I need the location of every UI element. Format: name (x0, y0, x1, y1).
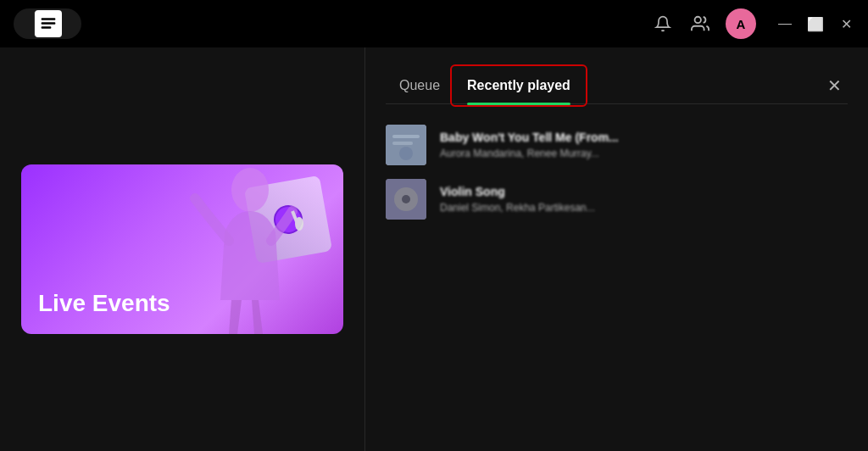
track-info: Baby Won't You Tell Me (From... Aurora M… (440, 131, 848, 159)
minimize-button[interactable]: — (776, 15, 793, 32)
svg-point-3 (695, 17, 701, 23)
live-events-label: Live Events (38, 290, 170, 317)
svg-point-13 (402, 195, 410, 203)
track-thumbnail (386, 179, 426, 220)
svg-rect-9 (392, 142, 413, 145)
track-artist: Daniel Simon, Rekha Partikesan... (440, 202, 848, 214)
track-item[interactable]: Baby Won't You Tell Me (From... Aurora M… (365, 118, 868, 172)
track-thumbnail (386, 125, 426, 165)
logo-area (14, 8, 81, 39)
close-queue-button[interactable]: ✕ (821, 72, 848, 99)
spotify-icon (35, 10, 62, 37)
maximize-button[interactable]: ⬜ (807, 15, 824, 32)
track-item[interactable]: Violin Song Daniel Simon, Rekha Partikes… (365, 172, 868, 226)
live-events-card[interactable]: Live Events (21, 164, 343, 334)
right-panel: Queue Recently played ✕ Baby Won't You T… (365, 47, 868, 451)
track-list: Baby Won't You Tell Me (From... Aurora M… (365, 104, 868, 240)
close-window-button[interactable]: ✕ (837, 15, 854, 32)
svg-rect-1 (41, 22, 55, 25)
title-bar: A — ⬜ ✕ (0, 0, 868, 47)
title-bar-right: A — ⬜ ✕ (651, 8, 854, 39)
friends-icon[interactable] (688, 12, 712, 36)
main-layout: Live Events Queue (0, 47, 868, 451)
window-controls: — ⬜ ✕ (776, 15, 854, 32)
svg-point-4 (231, 168, 269, 212)
track-artist: Aurora Mandarina, Renee Murray... (440, 148, 848, 159)
person-silhouette (182, 164, 309, 334)
avatar[interactable]: A (726, 8, 756, 39)
svg-rect-2 (41, 26, 51, 29)
notification-icon[interactable] (651, 12, 675, 36)
svg-point-10 (399, 147, 413, 160)
queue-header: Queue Recently played ✕ (365, 47, 868, 103)
track-title: Baby Won't You Tell Me (From... (440, 131, 848, 144)
track-title: Violin Song (440, 185, 848, 198)
tab-queue[interactable]: Queue (386, 68, 453, 103)
svg-rect-8 (392, 135, 420, 138)
title-bar-left (14, 8, 81, 39)
svg-point-6 (295, 217, 303, 231)
svg-rect-0 (41, 18, 55, 20)
left-panel: Live Events (0, 47, 364, 451)
tab-recently-played[interactable]: Recently played (453, 68, 584, 103)
track-info: Violin Song Daniel Simon, Rekha Partikes… (440, 185, 848, 214)
